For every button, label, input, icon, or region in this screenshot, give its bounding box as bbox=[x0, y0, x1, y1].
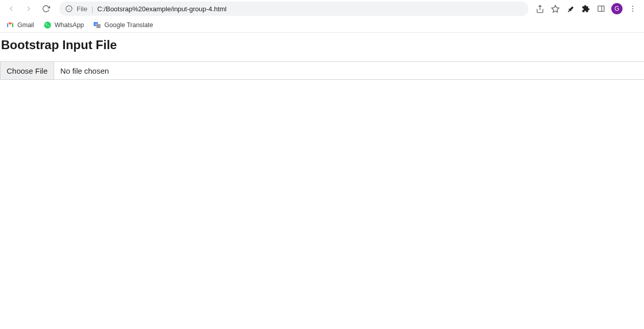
address-scheme-label: File bbox=[77, 5, 87, 13]
address-bar[interactable]: File | C:/Bootsrap%20example/input-group… bbox=[59, 2, 528, 16]
back-button[interactable] bbox=[4, 2, 18, 16]
svg-point-7 bbox=[632, 6, 633, 7]
menu-button[interactable] bbox=[628, 4, 638, 14]
bookmark-label: Google Translate bbox=[104, 21, 153, 29]
extensions-button[interactable] bbox=[581, 4, 591, 14]
bookmark-label: WhatsApp bbox=[55, 21, 84, 29]
file-input[interactable]: Choose File No file chosen bbox=[0, 61, 644, 80]
translate-icon: A bbox=[93, 21, 101, 29]
reload-button[interactable] bbox=[39, 2, 53, 16]
profile-avatar[interactable]: G bbox=[611, 3, 623, 14]
file-input-status: No file chosen bbox=[54, 62, 644, 79]
gmail-icon bbox=[6, 21, 14, 29]
bookmark-gmail[interactable]: Gmail bbox=[6, 21, 34, 29]
extension-pin-button[interactable] bbox=[565, 4, 576, 14]
svg-point-9 bbox=[632, 11, 633, 12]
pin-icon bbox=[567, 5, 574, 13]
share-icon bbox=[536, 5, 544, 13]
bookmarks-bar: Gmail WhatsApp A Google Translate bbox=[0, 17, 644, 33]
forward-button[interactable] bbox=[21, 2, 36, 16]
page-content: Bootstrap Input File Choose File No file… bbox=[0, 33, 644, 80]
whatsapp-icon bbox=[43, 21, 52, 29]
browser-toolbar: File | C:/Bootsrap%20example/input-group… bbox=[0, 0, 644, 17]
svg-point-8 bbox=[632, 8, 633, 9]
bookmark-google-translate[interactable]: A Google Translate bbox=[93, 21, 153, 29]
profile-initial: G bbox=[614, 5, 619, 12]
share-button[interactable] bbox=[535, 4, 545, 14]
side-panel-button[interactable] bbox=[596, 4, 606, 14]
choose-file-button[interactable]: Choose File bbox=[0, 62, 54, 79]
address-url: C:/Bootsrap%20example/input-group-4.html bbox=[97, 5, 226, 13]
bookmark-whatsapp[interactable]: WhatsApp bbox=[43, 21, 84, 29]
toolbar-right: G bbox=[535, 3, 640, 14]
svg-rect-5 bbox=[598, 6, 604, 12]
bookmark-star-button[interactable] bbox=[550, 4, 560, 14]
address-divider: | bbox=[91, 5, 93, 13]
arrow-right-icon bbox=[25, 5, 33, 13]
puzzle-icon bbox=[582, 5, 590, 13]
bookmark-label: Gmail bbox=[17, 21, 34, 29]
svg-text:A: A bbox=[95, 23, 97, 26]
svg-rect-12 bbox=[97, 24, 101, 28]
kebab-icon bbox=[629, 5, 637, 13]
arrow-left-icon bbox=[7, 5, 15, 13]
reload-icon bbox=[42, 5, 50, 13]
info-icon bbox=[65, 5, 73, 12]
svg-point-10 bbox=[44, 21, 51, 28]
star-icon bbox=[551, 5, 560, 13]
svg-marker-4 bbox=[551, 5, 559, 12]
page-title: Bootstrap Input File bbox=[0, 33, 644, 61]
panel-icon bbox=[597, 5, 605, 13]
